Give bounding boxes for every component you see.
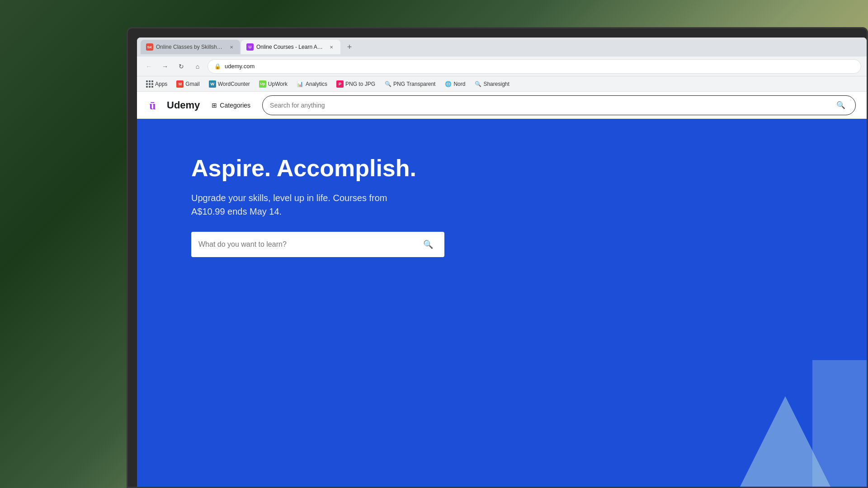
lock-icon: 🔒 [214,63,221,70]
bookmark-upwork-label: UpWork [268,81,288,87]
bookmark-nord[interactable]: 🌐 Nord [441,79,469,89]
png-transparent-icon: 🔍 [384,80,392,88]
hero-search-icon: 🔍 [423,239,433,249]
bookmark-wordcounter[interactable]: W WordCounter [205,79,254,89]
hero-shape-2 [812,360,867,487]
bookmark-analytics[interactable]: 📊 Analytics [293,79,331,89]
bookmark-wordcounter-label: WordCounter [218,81,250,87]
tab-udemy-label: Online Courses - Learn Anyth [256,44,324,50]
browser-window: SK Online Classes by Skillshare | S ✕ U … [137,38,867,487]
sharesight-icon: 🔍 [474,80,481,88]
forward-icon: → [162,63,168,70]
refresh-button[interactable]: ↻ [175,60,188,73]
bookmark-png-to-jpg-label: PNG to JPG [345,81,375,87]
udemy-navbar: ū Udemy ⊞ Categories 🔍 [137,92,867,119]
tab-skillshare-close[interactable]: ✕ [228,43,235,51]
gmail-icon: M [176,80,184,88]
hero-section: Aspire. Accomplish. Upgrade your skills,… [137,119,867,487]
hero-search-button[interactable]: 🔍 [419,235,437,253]
bookmark-png-transparent[interactable]: 🔍 PNG Transparent [381,79,439,89]
hero-title: Aspire. Accomplish. [191,155,812,182]
bookmark-apps[interactable]: Apps [142,79,171,89]
apps-grid-icon [146,80,153,88]
url-text: udemy.com [225,63,255,70]
bookmark-analytics-label: Analytics [306,81,327,87]
search-icon: 🔍 [836,101,845,109]
tab-skillshare[interactable]: SK Online Classes by Skillshare | S ✕ [141,40,240,54]
home-icon: ⌂ [196,63,199,70]
back-button[interactable]: ← [142,60,155,73]
bookmark-sharesight[interactable]: 🔍 Sharesight [471,79,513,89]
refresh-icon: ↻ [179,63,184,70]
udemy-logo-icon: ū [148,97,164,113]
address-bar-row: ← → ↻ ⌂ 🔒 udemy.com [137,56,867,76]
bookmarks-bar: Apps M Gmail W WordCounter Up UpWork [137,76,867,92]
svg-text:ū: ū [150,99,156,112]
bookmark-gmail[interactable]: M Gmail [173,79,203,89]
categories-grid-icon: ⊞ [212,102,217,109]
wordcounter-icon: W [209,80,216,88]
bookmark-apps-label: Apps [155,81,167,87]
nord-icon: 🌐 [444,80,452,88]
laptop-frame: SK Online Classes by Skillshare | S ✕ U … [127,27,868,488]
home-button[interactable]: ⌂ [191,60,204,73]
skillshare-favicon: SK [146,43,153,51]
udemy-favicon: U [246,43,254,51]
tab-udemy-close[interactable]: ✕ [328,43,335,51]
new-tab-button[interactable]: + [343,41,356,53]
udemy-logo-text: Udemy [167,99,200,111]
tab-skillshare-label: Online Classes by Skillshare | S [156,44,224,50]
tab-udemy[interactable]: U Online Courses - Learn Anyth ✕ [241,40,340,54]
back-icon: ← [146,63,152,70]
bookmark-upwork[interactable]: Up UpWork [255,79,291,89]
screen-bezel: SK Online Classes by Skillshare | S ✕ U … [127,27,868,488]
png-to-jpg-icon: P [336,80,344,88]
bookmark-gmail-label: Gmail [185,81,199,87]
hero-subtitle: Upgrade your skills, level up in life. C… [191,191,417,218]
bookmark-png-transparent-label: PNG Transparent [393,81,435,87]
categories-label: Categories [220,102,250,109]
analytics-icon: 📊 [297,80,304,88]
forward-button[interactable]: → [159,60,171,73]
hero-search-bar[interactable]: 🔍 [191,232,444,257]
bookmark-sharesight-label: Sharesight [483,81,509,87]
categories-button[interactable]: ⊞ Categories [207,99,255,112]
bookmark-png-to-jpg[interactable]: P PNG to JPG [333,79,379,89]
hero-decoration [731,351,867,487]
udemy-search-input[interactable] [270,102,830,109]
udemy-logo[interactable]: ū Udemy [148,97,200,113]
udemy-search-bar[interactable]: 🔍 [262,95,856,115]
bookmark-nord-label: Nord [453,81,465,87]
udemy-search-button[interactable]: 🔍 [834,98,848,113]
tab-bar: SK Online Classes by Skillshare | S ✕ U … [137,38,867,56]
upwork-icon: Up [259,80,266,88]
udemy-page: ū Udemy ⊞ Categories 🔍 [137,92,867,487]
address-field[interactable]: 🔒 udemy.com [208,59,861,74]
hero-search-input[interactable] [198,240,415,249]
